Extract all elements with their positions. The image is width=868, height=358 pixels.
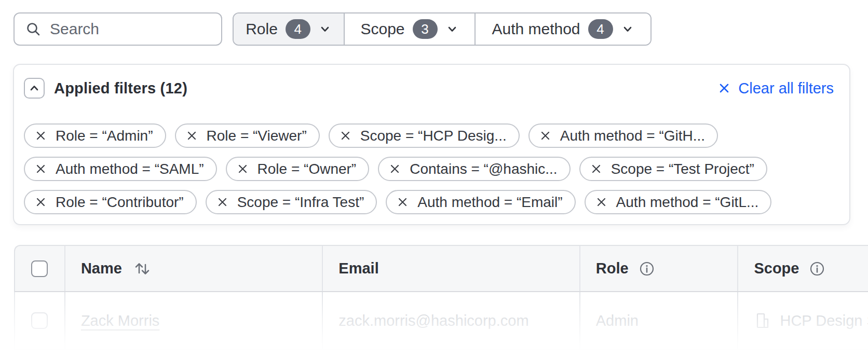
filter-pill-label: Auth method = “Email”: [417, 194, 562, 211]
filter-pill-label: Auth method = “GitL...: [616, 194, 759, 211]
filter-dropdown-group: Role 4 Scope 3 Auth method 4: [233, 12, 652, 46]
filter-pill[interactable]: Scope = “Test Project”: [579, 157, 767, 181]
filter-pill[interactable]: Auth method = “SAML”: [24, 157, 217, 181]
members-table-inner: Name Email Role: [14, 245, 868, 350]
close-icon[interactable]: [186, 130, 197, 141]
chevron-down-icon: [445, 22, 459, 36]
sort-arrows-icon: [132, 259, 152, 278]
collapse-panel-button[interactable]: [24, 78, 45, 99]
filter-pill-label: Scope = “Infra Test”: [237, 194, 364, 211]
scope-filter-label: Scope: [360, 20, 404, 38]
clear-all-filters-label: Clear all filters: [738, 80, 834, 97]
filter-pill-label: Contains = “@hashic...: [410, 161, 557, 177]
filter-pill-row: Role = “Contributor” Scope = “Infra Test…: [24, 190, 834, 214]
scope-filter-count-badge: 3: [413, 19, 438, 39]
filter-pill[interactable]: Scope = “Infra Test”: [206, 190, 377, 214]
filter-pill[interactable]: Auth method = “Email”: [386, 190, 575, 214]
row-name-cell: Zack Morris: [64, 292, 322, 349]
table-row: Zack Morris zack.morris@hashicorp.com Ad…: [14, 292, 868, 350]
select-all-header-cell: [15, 246, 64, 291]
row-select-cell: [15, 292, 64, 349]
auth-method-filter-count-badge: 4: [588, 19, 613, 39]
filter-pill-row: Auth method = “SAML” Role = “Owner” Cont…: [24, 157, 834, 181]
filter-pill-label: Role = “Viewer”: [207, 128, 307, 144]
filter-pill-label: Auth method = “GitH...: [560, 128, 705, 144]
auth-method-filter-label: Auth method: [492, 20, 580, 38]
close-icon[interactable]: [591, 163, 602, 174]
close-icon[interactable]: [540, 130, 551, 141]
applied-filters-header: Applied filters (12) Clear all filters: [24, 78, 834, 99]
close-icon: [717, 81, 731, 95]
row-checkbox[interactable]: [31, 312, 48, 329]
row-scope-cell: HCP Design S: [737, 292, 868, 349]
role-filter-dropdown[interactable]: Role 4: [234, 13, 344, 45]
column-header-name-label: Name: [81, 260, 122, 277]
close-icon[interactable]: [237, 163, 248, 174]
chevron-down-icon: [318, 22, 332, 36]
row-email-cell: zack.morris@hashicorp.com: [322, 292, 579, 349]
building-icon: [754, 312, 771, 329]
filter-pill[interactable]: Contains = “@hashic...: [378, 157, 570, 181]
filter-pill[interactable]: Role = “Admin”: [24, 123, 166, 148]
search-placeholder: Search: [50, 20, 99, 38]
close-icon[interactable]: [397, 197, 408, 208]
column-header-role: Role: [579, 246, 738, 291]
filter-pill[interactable]: Role = “Contributor”: [24, 190, 197, 214]
column-header-scope-label: Scope: [754, 260, 799, 277]
filter-pill-row: Role = “Admin” Role = “Viewer” Scope = “…: [24, 123, 834, 148]
column-header-email: Email: [322, 246, 579, 291]
filter-pill-label: Role = “Owner”: [257, 161, 357, 177]
close-icon[interactable]: [35, 130, 46, 141]
filter-pill[interactable]: Auth method = “GitH...: [528, 123, 718, 148]
filter-pill-label: Scope = “HCP Desig...: [360, 128, 507, 144]
members-table: Name Email Role: [14, 245, 868, 358]
table-header-row: Name Email Role: [14, 245, 868, 292]
column-header-role-label: Role: [596, 260, 629, 277]
close-icon[interactable]: [35, 163, 46, 174]
search-icon: [25, 21, 41, 37]
chevron-down-icon: [621, 22, 634, 36]
close-icon[interactable]: [35, 197, 46, 208]
member-name-link[interactable]: Zack Morris: [81, 312, 159, 329]
filter-pill[interactable]: Role = “Owner”: [226, 157, 370, 181]
chevron-up-icon: [28, 81, 41, 95]
info-icon[interactable]: [639, 261, 655, 277]
close-icon[interactable]: [217, 197, 228, 208]
member-email: zack.morris@hashicorp.com: [338, 312, 528, 329]
column-header-name[interactable]: Name: [64, 246, 322, 291]
clear-all-filters-link[interactable]: Clear all filters: [717, 80, 834, 97]
applied-filters-panel: Applied filters (12) Clear all filters R…: [13, 64, 850, 225]
close-icon[interactable]: [389, 163, 400, 174]
filter-pill-label: Auth method = “SAML”: [56, 161, 204, 177]
filter-pill-rows: Role = “Admin” Role = “Viewer” Scope = “…: [24, 123, 834, 214]
scope-filter-dropdown[interactable]: Scope 3: [344, 13, 474, 45]
filter-pill-label: Role = “Contributor”: [56, 194, 184, 211]
filter-pill-label: Scope = “Test Project”: [611, 161, 754, 177]
role-filter-count-badge: 4: [286, 19, 310, 39]
column-header-email-label: Email: [338, 260, 378, 277]
role-filter-label: Role: [246, 20, 278, 38]
filter-pill[interactable]: Role = “Viewer”: [175, 123, 320, 148]
filter-pill[interactable]: Scope = “HCP Desig...: [329, 123, 520, 148]
filter-pill[interactable]: Auth method = “GitL...: [585, 190, 772, 214]
close-icon[interactable]: [596, 197, 607, 208]
member-role: Admin: [596, 312, 639, 329]
column-header-scope: Scope: [737, 246, 868, 291]
search-input[interactable]: Search: [13, 12, 222, 46]
applied-filters-title: Applied filters (12): [54, 80, 187, 97]
member-scope: HCP Design S: [780, 312, 868, 329]
auth-method-filter-dropdown[interactable]: Auth method 4: [474, 13, 650, 45]
close-icon[interactable]: [340, 130, 351, 141]
row-role-cell: Admin: [579, 292, 738, 349]
filter-pill-label: Role = “Admin”: [56, 128, 153, 144]
info-icon[interactable]: [809, 261, 825, 277]
members-filter-page: Search Role 4 Scope 3 Auth method 4: [0, 0, 868, 358]
select-all-checkbox[interactable]: [31, 260, 48, 277]
